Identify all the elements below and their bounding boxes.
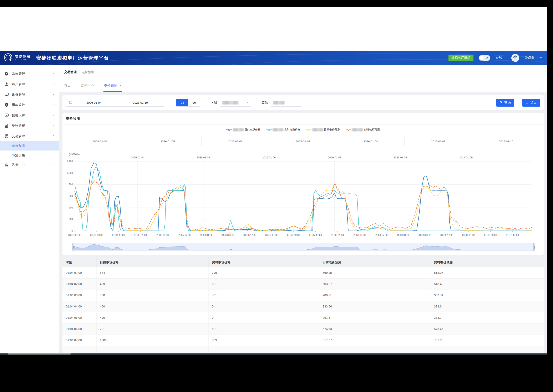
table-cell: 01:04 06:00 xyxy=(63,323,96,335)
sidebar-item-7[interactable]: 交易管理 xyxy=(0,131,59,141)
legend-item-实时电价预测[interactable]: 实时电价预测 xyxy=(346,128,380,132)
svg-text:01-09 01:00: 01-09 01:00 xyxy=(396,234,409,236)
table-row: 01:04 04:004000233.56329.6 xyxy=(63,301,544,312)
date-strip-cell[interactable]: 2026-01-05 xyxy=(134,137,202,146)
filter-toolbar: 2026-01-04 - 2026-01-10 2496 区域 算法 xyxy=(63,95,544,110)
region-label: 区域 xyxy=(211,101,217,105)
interval-option-24[interactable]: 24 xyxy=(176,99,188,106)
org-button[interactable]: 虚拟电厂组织 xyxy=(448,55,473,61)
screenshot-stage: 安捷物联 ANJIE-IOT 安捷物联虚拟电厂运营管理平台 虚拟电厂组织 xyxy=(0,0,553,392)
user-name: 管理员 xyxy=(525,56,534,60)
app-header: 安捷物联 ANJIE-IOT 安捷物联虚拟电厂运营管理平台 虚拟电厂组织 xyxy=(0,51,547,65)
avatar[interactable] xyxy=(511,54,519,62)
theme-toggle[interactable] xyxy=(479,55,490,61)
table-cell: 501 xyxy=(208,290,319,301)
algorithm-select[interactable] xyxy=(271,99,302,107)
date-start-value[interactable]: 2026-01-04 xyxy=(72,101,115,104)
page-area: 2026-01-04 - 2026-01-10 2496 区域 算法 xyxy=(59,92,547,353)
table-row: 01:04 01:00684795569.95618.07 xyxy=(63,267,544,278)
chart-legend: 日前市场价格实时市场价格日前电价预测实时电价预测 xyxy=(63,125,544,135)
column-header: 日前市场价格 xyxy=(96,258,208,267)
redacted-algorithm-value xyxy=(273,101,285,105)
tab-首页[interactable]: 首页 xyxy=(64,79,71,92)
scope-dropdown[interactable]: 全部 xyxy=(496,56,506,60)
sidebar-subitem[interactable]: 电价预测 xyxy=(0,141,59,151)
legend-label: 实时市场价格 xyxy=(284,128,301,132)
sidebar-subitem[interactable]: 出清价格 xyxy=(0,151,59,160)
data-zoom-handle-right[interactable] xyxy=(533,243,535,251)
search-icon xyxy=(499,101,503,105)
sidebar-item-6[interactable]: 统计分析 xyxy=(0,120,59,131)
column-header: 时刻 xyxy=(63,258,96,267)
user-icon xyxy=(4,82,9,86)
chevron-down-icon[interactable] xyxy=(539,56,543,60)
tab-label: 电价预测 xyxy=(104,84,117,88)
sidebar-item-3[interactable]: 设备管理 xyxy=(0,89,59,100)
date-strip-cell[interactable]: 2026-01-09 xyxy=(405,137,472,146)
table-cell: 701 xyxy=(96,323,208,335)
sidebar-item-8[interactable]: 告警中心 xyxy=(0,160,59,170)
app-body: 系统管理客户管理设备管理用能监控数据大屏统计分析交易管理电价预测出清价格告警中心… xyxy=(0,65,547,353)
tab-电价预测[interactable]: 电价预测× xyxy=(104,79,121,92)
filter-actions: 查询 导出 xyxy=(496,99,540,107)
query-button-label: 查询 xyxy=(504,101,511,105)
chevron-down-icon xyxy=(52,163,55,167)
date-strip-cell[interactable]: 2026-01-08 xyxy=(337,137,405,146)
table-row: 01:04 05:004900291.57363.7 xyxy=(63,312,544,323)
table-cell: 817.97 xyxy=(319,335,431,346)
query-button[interactable]: 查询 xyxy=(496,99,514,107)
date-strip-cell[interactable]: 2026-01-10 xyxy=(472,137,540,146)
close-icon[interactable]: × xyxy=(119,84,121,87)
export-button[interactable]: 导出 xyxy=(522,99,540,107)
main-content: 交易管理 › 电价预测 首页监控中心电价预测× 2026-01 xyxy=(59,65,547,353)
legend-item-日前电价预测[interactable]: 日前电价预测 xyxy=(306,128,340,132)
date-separator: - xyxy=(115,101,119,104)
svg-text:01-09 17:00: 01-09 17:00 xyxy=(440,234,453,236)
alarm-icon xyxy=(4,163,9,167)
app-window: 安捷物联 ANJIE-IOT 安捷物联虚拟电厂运营管理平台 虚拟电厂组织 xyxy=(0,7,547,355)
price-line-chart[interactable]: 02004006008001,0001,200(元/MWh)2026-01-04… xyxy=(63,147,544,241)
header-actions: 虚拟电厂组织 全部 xyxy=(448,54,543,62)
svg-text:800: 800 xyxy=(69,183,73,186)
svg-text:01-06 09:00: 01-06 09:00 xyxy=(222,234,234,236)
breadcrumb-main[interactable]: 交易管理 xyxy=(64,70,77,74)
sidebar-item-1[interactable]: 系统管理 xyxy=(0,69,59,79)
date-range-picker[interactable]: 2026-01-04 - 2026-01-10 xyxy=(66,99,165,107)
chart-title: 电价预测 xyxy=(66,117,80,121)
svg-text:01-07 17:00: 01-07 17:00 xyxy=(309,234,322,236)
date-strip-cell[interactable]: 2026-01-04 xyxy=(66,137,134,146)
sidebar-item-4[interactable]: 用能监控 xyxy=(0,100,59,110)
region-select[interactable] xyxy=(220,99,251,107)
sidebar-item-5[interactable]: 数据大屏 xyxy=(0,110,59,120)
svg-text:01-07 01:00: 01-07 01:00 xyxy=(265,234,278,236)
interval-toggle-group: 2496 xyxy=(176,99,200,107)
chevron-down-icon xyxy=(52,72,55,76)
data-zoom-handle-left[interactable] xyxy=(72,243,74,251)
legend-label: 日前电价预测 xyxy=(324,128,340,132)
table-cell: 0 xyxy=(208,312,319,323)
legend-item-实时市场价格[interactable]: 实时市场价格 xyxy=(266,128,301,132)
logo-en: ANJIE-IOT xyxy=(15,59,31,61)
user-dropdown[interactable]: 管理员 xyxy=(525,56,534,60)
svg-text:01-06 17:00: 01-06 17:00 xyxy=(243,234,256,236)
date-strip-cell[interactable]: 2026-01-07 xyxy=(269,137,337,146)
date-strip: 2026-01-042026-01-052026-01-062026-01-07… xyxy=(66,137,540,146)
interval-option-96[interactable]: 96 xyxy=(188,99,200,106)
legend-label: 实时电价预测 xyxy=(364,128,380,132)
legend-item-日前市场价格[interactable]: 日前市场价格 xyxy=(226,128,261,132)
horizontal-scrollbar[interactable] xyxy=(0,353,547,355)
price-table: 时刻日前市场价格实时市场价格日前电价预测实时电价预测01:04 01:00684… xyxy=(63,258,544,353)
svg-text:01-07 09:00: 01-07 09:00 xyxy=(287,234,300,236)
redacted-region-value xyxy=(222,101,238,105)
svg-text:2026-01-09: 2026-01-09 xyxy=(459,156,472,159)
monitor-icon xyxy=(4,92,9,97)
data-zoom-slider[interactable] xyxy=(72,243,535,251)
date-strip-cell[interactable]: 2026-01-06 xyxy=(202,137,269,146)
chevron-down-icon xyxy=(52,82,55,86)
table-cell: 329.6 xyxy=(431,301,544,312)
scrollbar-thumb[interactable] xyxy=(8,353,71,355)
date-end-value[interactable]: 2026-01-10 xyxy=(119,101,162,104)
sidebar-item-2[interactable]: 客户管理 xyxy=(0,79,59,89)
table-cell: 01:04 02:00 xyxy=(63,278,96,290)
tab-监控中心[interactable]: 监控中心 xyxy=(81,79,94,92)
